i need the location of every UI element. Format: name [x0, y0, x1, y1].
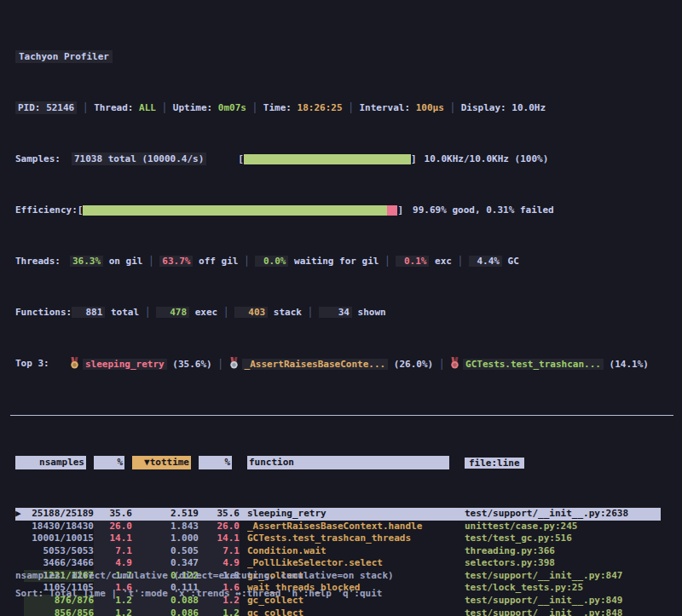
thread-stat-label: GC	[502, 256, 519, 267]
thread-stat-value: 36.3%	[70, 256, 103, 267]
cell-nsamples: 10001/10015	[24, 533, 94, 545]
samples-rate-bar	[244, 154, 411, 164]
app-title: Tachyon Profiler	[15, 50, 113, 63]
status-item-label: Time:	[263, 102, 298, 113]
status-item-interval: Interval: 100µs	[359, 101, 443, 114]
top3-percentage: (35.6%)	[167, 359, 212, 370]
thread-stat-value: 4.4%	[469, 256, 502, 267]
samples-label: Samples:	[15, 153, 65, 165]
top3-entry-silver: _AssertRaisesBaseConte... (26.0%)	[229, 359, 434, 370]
cell-pct-direct: 7.1	[94, 545, 132, 558]
column-header-file-line[interactable]: file:line	[465, 457, 661, 469]
cell-pct-cumulative: 7.1	[199, 545, 240, 558]
column-header-pct-direct[interactable]: %	[94, 456, 132, 469]
cell-pct-cumulative: 26.0	[199, 521, 240, 533]
footer-legend: nsamples: direct/cumulative (direct=exec…	[15, 569, 394, 582]
cell-tottime: 1.843	[132, 521, 199, 533]
threads-segments: 36.3% on gil │ 63.7% off gil │ 0.0% wait…	[70, 255, 519, 268]
separator: │	[452, 256, 469, 267]
cell-pct-direct: 35.6	[94, 508, 132, 521]
cell-pct-cumulative: 1.2	[199, 607, 240, 616]
table-row-selected[interactable]: ▶25188/2518935.62.51935.6sleeping_retryt…	[15, 508, 661, 521]
top3-line: Top 3: sleeping_retry (35.6%) │ _AssertR…	[15, 357, 682, 370]
cell-tottime: 0.086	[132, 607, 199, 616]
cell-pct-direct: 1.2	[94, 607, 132, 616]
top3-function-name: GCTests.test_trashcan...	[463, 359, 604, 370]
table-row[interactable]: 3466/34664.90.3474.9_PollLikeSelector.se…	[15, 557, 661, 570]
efficiency-bar	[83, 205, 397, 216]
separator: │	[77, 101, 94, 114]
samples-bar-close-bracket: ]	[411, 153, 417, 165]
efficiency-label: Efficiency:	[15, 204, 78, 216]
row-arrow-slot	[15, 557, 24, 570]
cell-file-line: threading.py:366	[465, 545, 661, 558]
table-row[interactable]: 10001/1001514.11.00014.1GCTests.test_tra…	[15, 533, 661, 545]
status-item-thread: Thread: ALL	[94, 101, 156, 114]
selected-row-arrow-icon: ▶	[15, 508, 24, 521]
separator: │	[139, 307, 156, 318]
status-item-time: Time: 18:26:25	[263, 101, 343, 114]
efficiency-bar-close-bracket: ]	[397, 204, 403, 216]
functions-line: Functions: 881 total │ 478 exec │ 403 st…	[15, 306, 682, 319]
cell-file-line: test/support/__init__.py:2638	[465, 508, 661, 521]
cell-function-name: _PollLikeSelector.select	[247, 557, 457, 570]
cell-pct-direct: 4.9	[94, 557, 132, 570]
thread-stat-value: 0.0%	[255, 256, 288, 267]
column-header-function[interactable]: function	[247, 456, 457, 469]
status-bar: PID: 52146 │ Thread: ALL │ Uptime: 0m07s…	[15, 101, 682, 114]
separator: │	[238, 256, 255, 267]
profiler-terminal: Tachyon Profiler PID: 52146 │ Thread: AL…	[0, 0, 682, 616]
functions-stat-label: exec	[189, 307, 217, 318]
functions-stat-value: 34	[319, 307, 352, 318]
cell-file-line: selectors.py:398	[465, 557, 661, 570]
status-item-value: 18:26:25	[298, 102, 343, 113]
functions-stat-value: 881	[72, 307, 105, 318]
functions-stat-value: 478	[156, 307, 189, 318]
top3-function-name: sleeping_retry	[83, 359, 167, 370]
status-item-label: Display:	[461, 102, 512, 113]
top3-entry-bronze: GCTests.test_trashcan... (14.1%)	[450, 359, 649, 370]
separator: │	[217, 307, 234, 318]
table-row[interactable]: 856/8561.20.0861.2gc_collecttest/support…	[15, 607, 661, 616]
row-arrow-slot	[15, 521, 24, 533]
cell-pct-direct: 26.0	[94, 521, 132, 533]
table-row[interactable]: 18430/1843026.01.84326.0_AssertRaisesBas…	[15, 521, 661, 533]
separator: │	[142, 256, 159, 267]
status-item-value: 0m07s	[218, 102, 246, 113]
column-header-nsamples[interactable]: nsamples	[15, 456, 94, 469]
cell-file-line: test/test_gc.py:516	[465, 533, 661, 545]
separator: │	[379, 256, 396, 267]
cell-tottime: 1.000	[132, 533, 199, 545]
functions-stat-label: stack	[268, 307, 302, 318]
thread-stat-label: off gil	[193, 256, 238, 267]
top3-entries: sleeping_retry (35.6%) │ _AssertRaisesBa…	[70, 357, 649, 371]
top3-entry-gold: sleeping_retry (35.6%)	[70, 359, 212, 370]
status-item-label: Thread:	[94, 102, 139, 113]
table-row[interactable]: 5053/50537.10.5057.1Condition.waitthread…	[15, 545, 661, 558]
samples-value: 71038 total (10000.4/s)	[72, 153, 206, 165]
samples-bar-open-bracket: [	[238, 153, 244, 165]
samples-rate-text: 10.0KHz/10.0KHz (100%)	[425, 153, 549, 165]
status-item-uptime: Uptime: 0m07s	[173, 101, 246, 114]
status-item-value: ALL	[139, 102, 156, 113]
column-header-pct-cumulative[interactable]: %	[199, 456, 240, 469]
cell-file-line: test/support/__init__.py:847	[465, 570, 661, 583]
top3-percentage: (26.0%)	[388, 359, 433, 370]
medal-icon-gold	[70, 357, 79, 369]
medal-icon-silver	[229, 357, 239, 369]
cell-function-name: _AssertRaisesBaseContext.handle	[247, 521, 457, 533]
efficiency-line: Efficiency:[] 99.69% good, 0.31% failed	[15, 204, 682, 216]
cell-tottime: 0.505	[132, 545, 199, 558]
column-header-tottime-sorted[interactable]: ▼tottime	[132, 456, 199, 469]
functions-label: Functions:	[15, 306, 72, 319]
thread-stat-value: 63.7%	[159, 256, 193, 267]
footer-keybindings: Sort: Total Time | 't':mode 'x':trends ↔…	[15, 587, 382, 600]
cell-function-name: gc_collect	[247, 607, 457, 616]
cell-nsamples: 5053/5053	[24, 545, 94, 558]
separator: │	[212, 359, 229, 370]
functions-stat-value: 403	[234, 307, 268, 318]
title-line: Tachyon Profiler	[15, 50, 682, 63]
cell-pct-cumulative: 4.9	[199, 557, 240, 570]
top3-percentage: (14.1%)	[604, 359, 649, 370]
status-item-label: Uptime:	[173, 102, 218, 113]
